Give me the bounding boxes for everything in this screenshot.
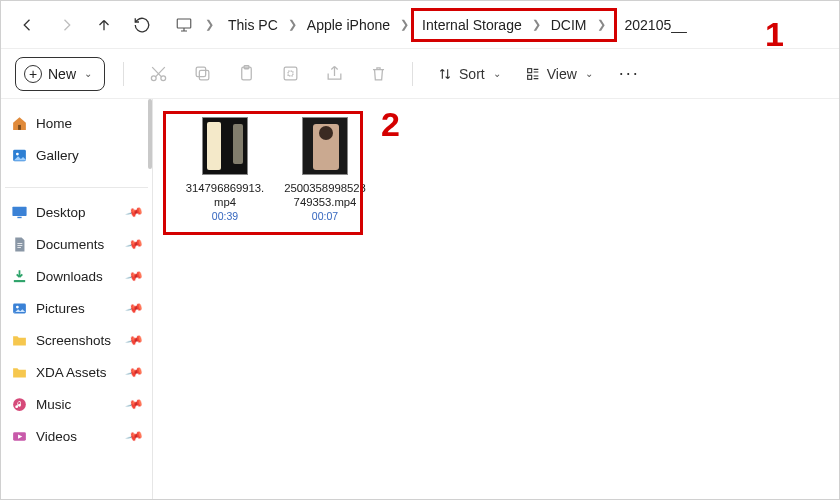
new-button-label: New (48, 66, 76, 82)
forward-button[interactable] (49, 8, 83, 42)
chevron-right-icon: ❯ (595, 18, 608, 31)
sidebar-item-desktop[interactable]: Desktop 📌 (5, 196, 148, 228)
sidebar-item-label: Screenshots (36, 333, 111, 348)
back-button[interactable] (11, 8, 45, 42)
sidebar: Home Gallery Desktop 📌 Documents 📌 Downl… (1, 99, 153, 500)
desktop-icon (11, 204, 28, 221)
sort-label: Sort (459, 66, 485, 82)
chevron-down-icon: ⌄ (493, 68, 501, 79)
sidebar-item-downloads[interactable]: Downloads 📌 (5, 260, 148, 292)
view-button[interactable]: View ⌄ (519, 66, 599, 82)
svg-point-17 (16, 305, 19, 308)
svg-rect-3 (199, 70, 209, 80)
breadcrumb-internal-storage[interactable]: Internal Storage (420, 1, 530, 49)
copy-button[interactable] (186, 58, 218, 90)
pin-icon: 📌 (125, 202, 145, 222)
sidebar-item-gallery[interactable]: Gallery (5, 139, 148, 171)
svg-point-2 (160, 76, 165, 81)
breadcrumb-current-folder[interactable]: 202105__ (617, 1, 695, 49)
svg-rect-13 (12, 206, 26, 215)
address-bar: ❯ This PC ❯ Apple iPhone ❯ Internal Stor… (1, 1, 839, 49)
delete-button[interactable] (362, 58, 394, 90)
pin-icon: 📌 (125, 330, 145, 350)
svg-rect-14 (17, 216, 21, 217)
chevron-right-icon: ❯ (398, 18, 411, 31)
document-icon (11, 236, 28, 253)
sidebar-item-label: Desktop (36, 205, 86, 220)
chevron-right-icon: ❯ (530, 18, 543, 31)
sidebar-item-label: Downloads (36, 269, 103, 284)
more-button[interactable]: ··· (611, 63, 648, 84)
sidebar-item-label: Gallery (36, 148, 79, 163)
svg-point-1 (151, 76, 156, 81)
svg-rect-15 (14, 280, 25, 282)
sidebar-item-label: Home (36, 116, 72, 131)
sidebar-item-label: Pictures (36, 301, 85, 316)
sidebar-item-videos[interactable]: Videos 📌 (5, 420, 148, 452)
breadcrumb-apple-iphone[interactable]: Apple iPhone (299, 1, 398, 49)
breadcrumb-dcim[interactable]: DCIM (543, 1, 595, 49)
home-icon (11, 115, 28, 132)
paste-button[interactable] (230, 58, 262, 90)
sidebar-item-label: Music (36, 397, 71, 412)
sort-button[interactable]: Sort ⌄ (431, 66, 507, 82)
annotation-box-1: Internal Storage ❯ DCIM ❯ (411, 8, 616, 42)
sidebar-item-documents[interactable]: Documents 📌 (5, 228, 148, 260)
sidebar-item-xda-assets[interactable]: XDA Assets 📌 (5, 356, 148, 388)
toolbar: + New ⌄ Sort ⌄ View ⌄ ··· (1, 49, 839, 99)
file-list[interactable]: 2 314796869913.mp4 00:39 250035899852374… (153, 99, 839, 500)
pin-icon: 📌 (125, 394, 145, 414)
chevron-right-icon: ❯ (286, 18, 299, 31)
svg-rect-7 (284, 67, 297, 80)
folder-icon (11, 332, 28, 349)
video-thumbnail (302, 117, 348, 175)
pin-icon: 📌 (125, 234, 145, 254)
sidebar-item-music[interactable]: Music 📌 (5, 388, 148, 420)
video-thumbnail (202, 117, 248, 175)
refresh-button[interactable] (125, 8, 159, 42)
svg-rect-10 (18, 124, 21, 129)
pictures-icon (11, 300, 28, 317)
download-icon (11, 268, 28, 285)
separator (123, 62, 124, 86)
sidebar-item-home[interactable]: Home (5, 107, 148, 139)
breadcrumb: This PC ❯ Apple iPhone ❯ Internal Storag… (220, 1, 695, 48)
gallery-icon (11, 147, 28, 164)
folder-icon (11, 364, 28, 381)
breadcrumb-this-pc[interactable]: This PC (220, 1, 286, 49)
chevron-down-icon: ⌄ (585, 68, 593, 79)
scrollbar[interactable] (148, 99, 152, 169)
sidebar-item-label: Documents (36, 237, 104, 252)
svg-rect-8 (527, 68, 531, 72)
music-icon (11, 396, 28, 413)
sidebar-item-pictures[interactable]: Pictures 📌 (5, 292, 148, 324)
sidebar-item-label: XDA Assets (36, 365, 107, 380)
view-label: View (547, 66, 577, 82)
new-button[interactable]: + New ⌄ (15, 57, 105, 91)
pin-icon: 📌 (125, 362, 145, 382)
annotation-2: 2 (381, 105, 400, 144)
pc-icon[interactable] (169, 10, 199, 40)
annotation-1: 1 (765, 15, 784, 54)
separator (412, 62, 413, 86)
svg-point-12 (16, 152, 19, 155)
svg-rect-0 (177, 19, 191, 28)
pin-icon: 📌 (125, 298, 145, 318)
sidebar-item-label: Videos (36, 429, 77, 444)
pin-icon: 📌 (125, 426, 145, 446)
video-icon (11, 428, 28, 445)
chevron-down-icon: ⌄ (84, 68, 92, 79)
up-button[interactable] (87, 8, 121, 42)
sidebar-item-screenshots[interactable]: Screenshots 📌 (5, 324, 148, 356)
rename-button[interactable] (274, 58, 306, 90)
plus-icon: + (24, 65, 42, 83)
chevron-right-icon: ❯ (203, 18, 216, 31)
svg-rect-9 (527, 75, 531, 79)
pin-icon: 📌 (125, 266, 145, 286)
svg-rect-4 (196, 67, 206, 77)
share-button[interactable] (318, 58, 350, 90)
cut-button[interactable] (142, 58, 174, 90)
